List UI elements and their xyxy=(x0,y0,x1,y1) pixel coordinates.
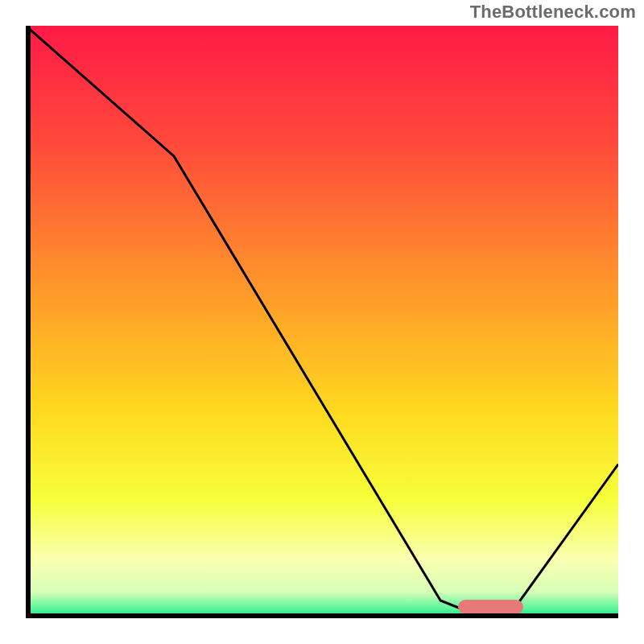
bottleneck-curve xyxy=(26,26,618,618)
plot-area xyxy=(26,26,618,618)
attribution-label: TheBottleneck.com xyxy=(470,2,636,23)
bottleneck-chart: TheBottleneck.com xyxy=(0,0,644,644)
optimal-range-marker xyxy=(458,600,523,614)
